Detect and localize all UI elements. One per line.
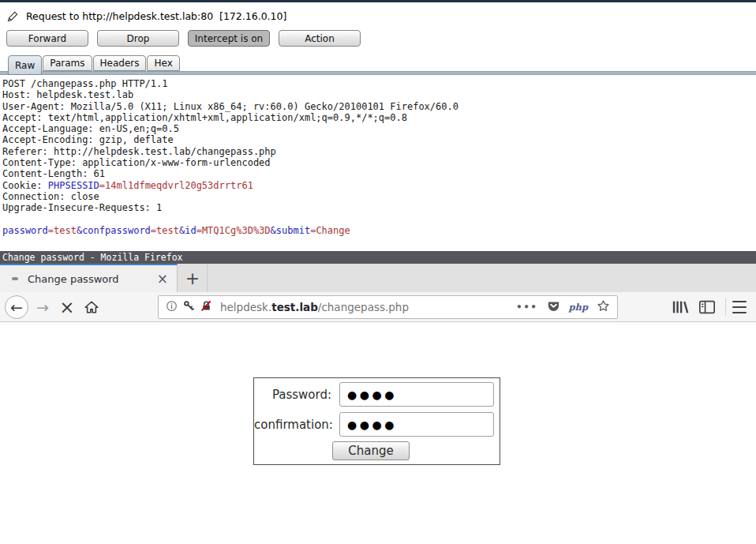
pencil-icon	[6, 10, 19, 23]
password-field[interactable]: ●●●●	[339, 382, 494, 407]
favicon-placeholder-icon	[12, 277, 18, 280]
url-domain: test.lab	[271, 301, 318, 313]
request-line: Accept-Language: en-US,en;q=0.5	[2, 123, 756, 134]
drop-button[interactable]: Drop	[97, 30, 179, 47]
tab-change-password[interactable]: Change password ×	[0, 264, 178, 292]
home-icon[interactable]	[84, 299, 99, 315]
browser-tabbar: Change password × +	[0, 264, 756, 292]
url-subdomain: helpdesk.	[220, 301, 271, 313]
tab-close-icon[interactable]: ×	[157, 272, 168, 286]
intercept-toolbar: Forward Drop Intercept is on Action	[0, 30, 756, 47]
forward-button[interactable]: Forward	[6, 30, 88, 47]
request-line: Referer: http://helpdesk.test.lab/change…	[2, 146, 756, 157]
request-line: Host: helpdesk.test.lab	[2, 89, 756, 100]
burp-intercept-panel: Request to http://helpdesk.test.lab:80 […	[0, 0, 756, 242]
request-line	[2, 214, 756, 225]
request-line: password=test&confpassword=test&id=MTQ1C…	[2, 225, 756, 236]
menu-hamburger-icon[interactable]	[732, 301, 747, 313]
change-password-form: Password: ●●●● confirmation: ●●●● Change	[253, 377, 500, 465]
new-tab-button[interactable]: +	[178, 264, 208, 292]
tab-params[interactable]: Params	[43, 55, 92, 71]
intercept-toggle-button[interactable]: Intercept is on	[188, 30, 270, 47]
site-info-icon[interactable]	[166, 300, 178, 315]
url-text: helpdesk.test.lab/changepass.php	[220, 301, 409, 313]
message-view-tabs: Raw Params Headers Hex	[0, 55, 756, 71]
intercept-request-title: Request to http://helpdesk.test.lab:80 […	[26, 10, 286, 22]
sidebar-toggle-icon[interactable]	[698, 299, 716, 315]
forward-button[interactable]: →	[34, 297, 51, 317]
url-bar[interactable]: helpdesk.test.lab/changepass.php ••• php	[158, 295, 618, 319]
saved-login-key-icon[interactable]	[183, 300, 195, 315]
tab-headers[interactable]: Headers	[93, 55, 147, 71]
request-line: Connection: close	[2, 191, 756, 202]
request-line: Content-Type: application/x-www-form-url…	[2, 157, 756, 168]
navigation-toolbar: ← → × helpdesk.test.lab/changepass.php •…	[0, 292, 756, 322]
pocket-icon[interactable]	[547, 299, 560, 316]
back-button[interactable]: ←	[5, 295, 28, 319]
request-line: Accept-Encoding: gzip, deflate	[2, 134, 756, 145]
request-line: Cookie: PHPSESSID=14ml1dfmeqdvrl20g53drr…	[2, 180, 756, 191]
firefox-window: Change password - Mozilla Firefox Change…	[0, 251, 756, 544]
request-line: Upgrade-Insecure-Requests: 1	[2, 202, 756, 213]
change-button[interactable]: Change	[332, 441, 410, 460]
library-icon[interactable]	[672, 299, 689, 315]
request-line: Content-Length: 61	[2, 168, 756, 179]
page-content: Password: ●●●● confirmation: ●●●● Change	[0, 322, 756, 544]
toolbar-separator	[725, 298, 726, 316]
request-line: POST /changepass.php HTTP/1.1	[2, 78, 756, 89]
insecure-connection-icon[interactable]	[200, 300, 212, 315]
raw-request-editor[interactable]: POST /changepass.php HTTP/1.1Host: helpd…	[0, 75, 756, 242]
stop-button[interactable]: ×	[58, 296, 77, 318]
page-actions-icon[interactable]: •••	[516, 302, 538, 313]
action-button[interactable]: Action	[279, 30, 361, 47]
tab-hex[interactable]: Hex	[147, 55, 179, 71]
php-extension-badge[interactable]: php	[569, 302, 588, 313]
intercept-header: Request to http://helpdesk.test.lab:80 […	[0, 2, 756, 23]
bookmark-star-icon[interactable]	[597, 299, 610, 316]
password-label: Password:	[254, 388, 331, 402]
request-line: Accept: text/html,application/xhtml+xml,…	[2, 112, 756, 123]
confirmation-field[interactable]: ●●●●	[339, 412, 494, 437]
window-titlebar[interactable]: Change password - Mozilla Firefox	[0, 251, 756, 264]
tab-raw[interactable]: Raw	[8, 55, 42, 75]
tab-title: Change password	[28, 273, 157, 285]
url-path: /changepass.php	[318, 301, 409, 313]
confirmation-label: confirmation:	[254, 418, 331, 432]
request-line: User-Agent: Mozilla/5.0 (X11; Linux x86_…	[2, 101, 756, 112]
